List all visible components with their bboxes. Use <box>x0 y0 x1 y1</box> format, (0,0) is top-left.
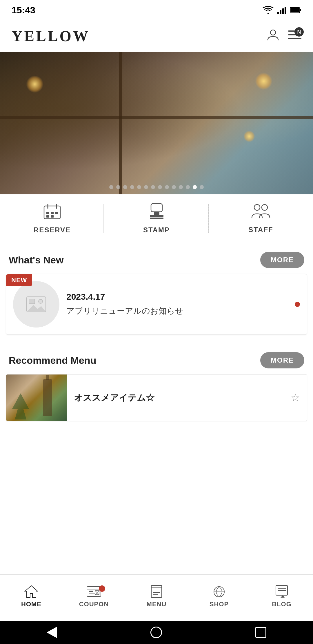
shop-label: SHOP <box>210 600 229 608</box>
news-text: アプリリニューアルのお知らせ <box>66 305 288 316</box>
svg-rect-22 <box>150 215 163 217</box>
recents-square-icon <box>255 627 266 638</box>
dot-13[interactable] <box>193 185 197 189</box>
home-label: HOME <box>21 600 41 608</box>
svg-rect-6 <box>290 8 299 12</box>
favorite-star-icon[interactable]: ☆ <box>291 392 300 404</box>
nav-reserve[interactable]: RESERVE <box>0 194 104 243</box>
whats-new-header: What's New MORE <box>0 243 313 274</box>
outdoor-scene-icon <box>9 392 32 421</box>
dot-10[interactable] <box>172 185 176 189</box>
svg-rect-23 <box>150 218 163 219</box>
svg-rect-3 <box>285 7 286 14</box>
coupon-label: COUPON <box>79 600 109 608</box>
dot-6[interactable] <box>144 185 148 189</box>
svg-point-29 <box>39 299 43 303</box>
blog-icon <box>275 585 289 598</box>
bottom-nav: HOME COUPON MENU <box>0 574 313 621</box>
svg-rect-19 <box>51 215 54 218</box>
signal-icon <box>277 6 286 14</box>
svg-rect-0 <box>277 12 279 14</box>
recommend-content: オススメアイテム☆ ☆ <box>67 386 307 410</box>
svg-rect-35 <box>89 593 95 594</box>
news-card[interactable]: NEW 2023.4.17 アプリリニューアルのお知らせ <box>6 274 307 335</box>
menu-book-icon <box>150 585 163 598</box>
dot-2[interactable] <box>116 185 120 189</box>
dot-9[interactable] <box>165 185 169 189</box>
dot-8[interactable] <box>158 185 162 189</box>
svg-rect-39 <box>151 585 162 598</box>
dot-4[interactable] <box>130 185 134 189</box>
user-icon <box>267 28 279 41</box>
stamp-label: STAMP <box>143 226 170 234</box>
svg-rect-2 <box>282 8 284 14</box>
svg-point-25 <box>262 205 267 210</box>
hero-banner[interactable] <box>0 52 313 194</box>
recommend-more-button[interactable]: MORE <box>260 352 304 368</box>
home-button[interactable] <box>150 627 162 638</box>
whats-new-more-button[interactable]: MORE <box>260 252 304 268</box>
header-actions: N <box>267 28 301 44</box>
recommend-header: Recommend Menu MORE <box>0 343 313 374</box>
svg-rect-27 <box>29 299 35 304</box>
nav-staff[interactable]: STAFF <box>209 194 313 243</box>
photo-placeholder-icon <box>26 296 46 312</box>
svg-rect-21 <box>154 212 159 215</box>
shop-icon <box>212 585 226 598</box>
blog-label: BLOG <box>272 600 292 608</box>
recents-button[interactable] <box>255 627 266 638</box>
recommend-title: Recommend Menu <box>9 355 96 366</box>
menu-label: MENU <box>147 600 167 608</box>
quick-nav: RESERVE STAMP STAFF <box>0 194 313 243</box>
home-icon <box>24 585 38 598</box>
svg-point-24 <box>254 205 260 210</box>
recommend-card[interactable]: オススメアイテム☆ ☆ <box>6 374 307 421</box>
svg-rect-18 <box>46 215 49 218</box>
reserve-icon <box>43 203 61 222</box>
svg-rect-1 <box>280 10 281 14</box>
lamp-glow-2 <box>255 73 272 90</box>
dot-14[interactable] <box>200 185 204 189</box>
android-nav-bar <box>0 621 313 644</box>
bottom-nav-home[interactable]: HOME <box>0 585 63 611</box>
bottom-nav-coupon[interactable]: COUPON <box>63 585 125 611</box>
content-area: What's New MORE NEW 2023.4.17 アプリリニューアルの… <box>0 243 313 497</box>
status-bar: 15:43 <box>0 0 313 20</box>
notification-badge: N <box>294 27 304 37</box>
news-thumbnail <box>13 281 59 328</box>
recommend-item-title: オススメアイテム☆ <box>74 392 154 404</box>
svg-point-7 <box>270 30 276 35</box>
home-circle-icon <box>150 627 162 638</box>
bottom-nav-shop[interactable]: SHOP <box>188 585 250 611</box>
dot-7[interactable] <box>151 185 155 189</box>
logo: YELLOW <box>12 28 90 45</box>
lamp-glow-1 <box>26 75 43 93</box>
dot-3[interactable] <box>123 185 127 189</box>
news-badge: NEW <box>6 274 32 286</box>
svg-marker-31 <box>25 586 38 598</box>
bottom-nav-menu[interactable]: MENU <box>125 585 188 611</box>
svg-marker-50 <box>281 595 285 598</box>
menu-button[interactable]: N <box>288 30 301 43</box>
reserve-label: RESERVE <box>34 226 71 234</box>
dot-11[interactable] <box>179 185 183 189</box>
lamp-glow-3 <box>243 131 255 142</box>
back-button[interactable] <box>47 627 57 638</box>
dot-12[interactable] <box>186 185 190 189</box>
battery-icon <box>290 7 301 13</box>
svg-marker-30 <box>12 393 29 419</box>
whats-new-title: What's New <box>9 254 63 266</box>
app-header: YELLOW N <box>0 20 313 52</box>
coupon-badge <box>99 585 105 592</box>
svg-rect-17 <box>55 212 58 214</box>
news-content: 2023.4.17 アプリリニューアルのお知らせ <box>66 292 288 316</box>
user-button[interactable] <box>267 28 279 44</box>
dot-1[interactable] <box>109 185 113 189</box>
bottom-nav-blog[interactable]: BLOG <box>250 585 313 611</box>
staff-icon <box>251 203 270 222</box>
svg-rect-10 <box>288 38 301 39</box>
bottle-shape <box>43 379 52 416</box>
dot-5[interactable] <box>137 185 141 189</box>
pagination-dots <box>0 185 313 189</box>
nav-stamp[interactable]: STAMP <box>104 194 209 243</box>
